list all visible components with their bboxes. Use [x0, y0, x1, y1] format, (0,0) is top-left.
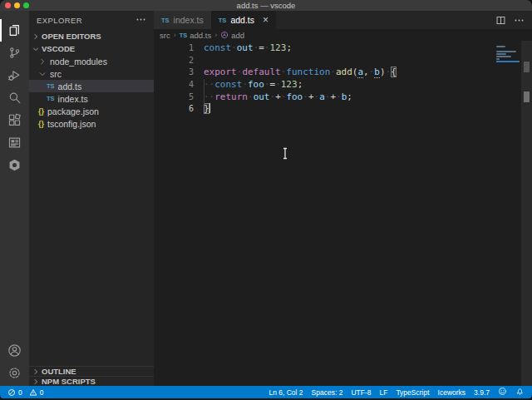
code-token: +: [275, 91, 281, 102]
title-bar: add.ts — vscode: [0, 0, 532, 11]
code-token: +: [330, 91, 336, 102]
chevron-down-icon: [38, 70, 47, 78]
status-indentation[interactable]: Spaces: 2: [312, 388, 343, 397]
section-workspace[interactable]: VSCODE: [29, 42, 154, 55]
indent-guide: [204, 79, 204, 104]
overview-cursor-marker: [524, 91, 530, 102]
activity-item-extensions[interactable]: [0, 109, 29, 131]
code-token: default: [242, 67, 280, 77]
iceworks-icon: [7, 136, 22, 150]
breadcrumb-separator-icon: ›: [214, 31, 217, 39]
minimap-line: [496, 58, 500, 60]
code-token: ;: [347, 91, 352, 102]
close-icon[interactable]: ×: [263, 15, 268, 25]
tree-item-tsconfig.json[interactable]: {}tsconfig.json: [29, 117, 154, 130]
scrollbar-thumb[interactable]: [524, 62, 530, 72]
tab-add.ts[interactable]: TSadd.ts×: [211, 11, 276, 29]
section-label: VSCODE: [42, 44, 75, 53]
minimize-window-button[interactable]: [14, 2, 20, 8]
tab-bar: TSindex.tsTSadd.ts×: [154, 11, 532, 29]
activity-item-source-control[interactable]: [0, 42, 29, 64]
code-editor[interactable]: 1const·out·=·123;23export·default·functi…: [154, 41, 532, 386]
line-number[interactable]: 3: [154, 67, 194, 79]
activity-item-explorer[interactable]: [0, 19, 29, 42]
code-token: ·: [330, 67, 336, 77]
code-token: out: [237, 42, 254, 53]
activity-item-search[interactable]: [0, 86, 29, 109]
close-window-button[interactable]: [5, 2, 11, 8]
section-label: NPM SCRIPTS: [42, 377, 96, 386]
code-line: 6}: [154, 103, 532, 116]
line-number[interactable]: 1: [154, 42, 194, 55]
code-token: ·: [264, 79, 270, 90]
tree-item-index.ts[interactable]: TSindex.ts: [29, 92, 154, 105]
notifications-bell-icon[interactable]: [515, 387, 525, 398]
minimap[interactable]: [496, 46, 520, 62]
section-label: OUTLINE: [42, 367, 76, 376]
status-bar: 0 0 Ln 6, Col 2Spaces: 2UTF-8LFTypeScrip…: [0, 386, 532, 398]
maximize-window-button[interactable]: [23, 2, 29, 8]
activity-item-account[interactable]: [0, 339, 29, 362]
sidebar-bottom-sections: OUTLINE NPM SCRIPTS: [29, 366, 154, 386]
code-token: function: [286, 67, 330, 77]
breadcrumb-item-add.ts[interactable]: TSadd.ts: [180, 31, 211, 40]
tab-index.ts[interactable]: TSindex.ts: [154, 11, 211, 29]
activity-item-iceworks[interactable]: [0, 131, 29, 154]
breadcrumb-item-src[interactable]: src: [160, 31, 170, 40]
feedback-smiley-icon[interactable]: [498, 387, 507, 398]
status-cursor-position[interactable]: Ln 6, Col 2: [268, 388, 303, 397]
line-number[interactable]: 5: [154, 91, 194, 104]
minimap-current-line: [496, 61, 520, 62]
section-outline[interactable]: OUTLINE: [29, 366, 154, 376]
tree-item-package.json[interactable]: {}package.json: [29, 105, 154, 117]
activity-item-hexagon-tool[interactable]: [0, 154, 29, 176]
tree-item-label: src: [50, 69, 62, 79]
tree-item-label: add.ts: [58, 81, 82, 91]
line-number[interactable]: 4: [154, 79, 194, 91]
code-token: ·: [275, 79, 281, 90]
code-token: ·: [303, 91, 308, 102]
scrollbar[interactable]: [521, 41, 532, 386]
run-debug-icon: [7, 68, 22, 82]
code-line: 3export·default·function·add(a,·b)·{: [154, 67, 532, 79]
code-text: ··const·foo·=·123;: [194, 79, 303, 91]
warnings-count: 0: [40, 388, 44, 397]
section-npm-scripts[interactable]: NPM SCRIPTS: [29, 376, 154, 386]
status-iceworks[interactable]: Iceworks: [438, 388, 466, 397]
status-errors[interactable]: 0: [7, 388, 22, 397]
tab-label: add.ts: [230, 15, 254, 25]
json-file-icon: {}: [38, 120, 44, 128]
activity-item-run-debug[interactable]: [0, 64, 29, 86]
warning-icon: [29, 388, 37, 397]
status-language-mode[interactable]: TypeScript: [396, 388, 429, 397]
breadcrumb-item-add[interactable]: add: [220, 31, 244, 40]
chevron-right-icon: [32, 378, 40, 386]
status-ts-version[interactable]: 3.9.7: [474, 388, 490, 397]
error-icon: [7, 388, 16, 397]
explorer-actions-icon[interactable]: [135, 14, 146, 27]
split-editor-icon[interactable]: [495, 15, 506, 26]
settings-gear-icon: [7, 366, 22, 380]
code-text: export·default·function·add(a,·b)·{: [194, 67, 397, 79]
tree-item-add.ts[interactable]: TSadd.ts: [29, 80, 154, 92]
tree-item-src[interactable]: src: [29, 67, 154, 80]
activity-item-settings-gear[interactable]: [0, 362, 29, 384]
minimap-line: [496, 56, 511, 57]
status-warnings[interactable]: 0: [29, 388, 44, 397]
status-encoding[interactable]: UTF-8: [351, 388, 371, 397]
status-eol[interactable]: LF: [379, 388, 387, 397]
more-actions-icon[interactable]: [514, 15, 525, 26]
search-icon: [7, 91, 22, 105]
tree-item-label: tsconfig.json: [47, 119, 96, 129]
tree-item-label: node_modules: [50, 57, 107, 67]
breadcrumb-separator-icon: ›: [174, 31, 176, 39]
tree-item-node_modules[interactable]: node_modules: [29, 55, 154, 67]
status-left: 0 0: [7, 388, 43, 397]
line-number[interactable]: 2: [154, 55, 194, 67]
code-token: }: [204, 103, 209, 114]
section-open-editors[interactable]: OPEN EDITORS: [29, 30, 154, 42]
code-token: const: [214, 79, 242, 90]
code-token: ··: [204, 79, 214, 90]
line-number[interactable]: 6: [154, 103, 194, 116]
window-controls: [5, 2, 29, 8]
